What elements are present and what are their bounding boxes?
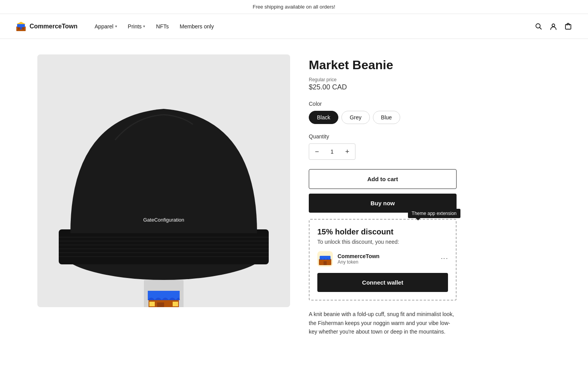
nav-label-nfts: NFTs (156, 23, 169, 30)
site-logo[interactable]: CommerceTown (16, 21, 77, 32)
color-options: Black Grey Blue (309, 111, 457, 124)
token-name: CommerceTown (338, 253, 436, 259)
discount-title: 15% holder discount (317, 227, 448, 236)
nav-item-prints[interactable]: Prints ▾ (123, 20, 150, 33)
account-icon[interactable] (549, 22, 558, 31)
nav-item-members-only[interactable]: Members only (175, 20, 219, 33)
token-logo (317, 251, 333, 267)
nav-item-apparel[interactable]: Apparel ▾ (90, 20, 121, 33)
product-page: GateConfiguration Market Beanie Regular … (22, 39, 566, 352)
svg-rect-20 (157, 302, 164, 307)
svg-rect-21 (149, 302, 155, 306)
price-section: Regular price $25.00 CAD (309, 77, 457, 91)
nav-label-prints: Prints (128, 23, 142, 30)
svg-rect-1 (17, 24, 25, 27)
token-sub: Any token (338, 259, 436, 265)
token-menu-icon[interactable]: ⋮ (441, 255, 448, 263)
price-label-text: Regular price (309, 77, 457, 82)
nav-item-nfts[interactable]: NFTs (151, 20, 173, 33)
svg-rect-26 (324, 261, 327, 265)
product-info: Market Beanie Regular price $25.00 CAD C… (309, 54, 457, 336)
color-option-grey[interactable]: Grey (341, 111, 369, 124)
product-image (37, 54, 290, 307)
token-info: CommerceTown Any token (338, 253, 436, 265)
token-row: CommerceTown Any token ⋮ (317, 251, 448, 267)
color-option-blue[interactable]: Blue (373, 111, 400, 124)
svg-point-6 (552, 24, 555, 26)
svg-rect-7 (565, 24, 571, 29)
site-header: CommerceTown Apparel ▾ Prints ▾ NFTs Mem… (0, 14, 588, 39)
quantity-decrease-button[interactable]: − (309, 144, 325, 159)
announcement-text: Free shipping available on all orders! (253, 4, 335, 10)
search-icon[interactable] (534, 22, 543, 31)
chevron-down-icon: ▾ (143, 24, 145, 28)
discount-subtitle: To unlock this discount, you need: (317, 239, 448, 245)
connect-wallet-button[interactable]: Connect wallet (317, 273, 448, 292)
svg-rect-22 (173, 302, 178, 306)
svg-point-5 (536, 24, 540, 28)
color-option-black[interactable]: Black (309, 111, 338, 124)
color-label: Color (309, 101, 457, 107)
product-description: A knit beanie with a fold-up cuff, snug … (309, 310, 457, 336)
product-price: $25.00 CAD (309, 83, 457, 91)
discount-box: 15% holder discount To unlock this disco… (309, 219, 457, 301)
svg-rect-10 (59, 229, 269, 264)
quantity-value: 1 (325, 149, 340, 155)
logo-text: CommerceTown (30, 23, 77, 30)
announcement-bar: Free shipping available on all orders! (0, 0, 588, 14)
add-to-cart-button[interactable]: Add to cart (309, 169, 457, 189)
product-title: Market Beanie (309, 58, 457, 72)
quantity-label: Quantity (309, 133, 457, 140)
theme-app-extension-wrapper: Theme app extension 15% holder discount … (309, 219, 457, 301)
nav-label-members: Members only (180, 23, 214, 30)
product-image-wrapper: GateConfiguration (37, 54, 290, 307)
header-icons (534, 22, 572, 31)
logo-icon (16, 21, 26, 32)
main-nav: Apparel ▾ Prints ▾ NFTs Members only (90, 20, 534, 33)
svg-rect-3 (20, 27, 22, 30)
product-image-container: GateConfiguration (37, 54, 290, 336)
cart-icon[interactable] (564, 22, 572, 31)
nav-label-apparel: Apparel (94, 23, 113, 30)
quantity-increase-button[interactable]: + (340, 144, 355, 159)
svg-rect-2 (18, 27, 20, 30)
svg-rect-4 (22, 27, 24, 30)
theme-app-extension-label: Theme app extension (408, 209, 460, 218)
quantity-control: − 1 + (309, 143, 355, 160)
chevron-down-icon: ▾ (115, 24, 117, 28)
